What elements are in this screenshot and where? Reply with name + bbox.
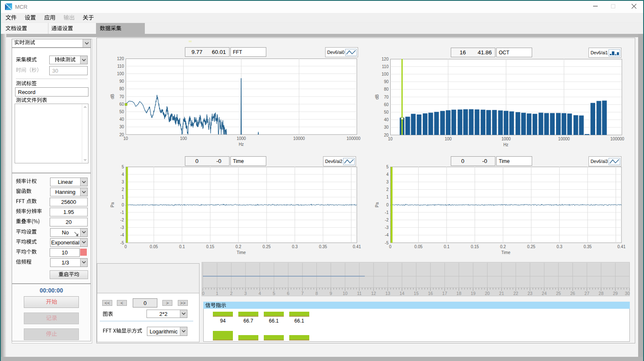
svg-text:26: 26 (570, 291, 575, 296)
svg-text:40: 40 (384, 117, 389, 122)
svg-text:10000: 10000 (558, 137, 570, 141)
svg-text:-3: -3 (120, 225, 124, 230)
svg-text:5: 5 (121, 165, 124, 169)
svg-text:-2: -2 (385, 218, 389, 222)
svg-text:29: 29 (613, 291, 618, 296)
svg-text:40: 40 (119, 117, 124, 122)
svg-text:4: 4 (121, 172, 124, 177)
svg-text:0.3: 0.3 (556, 244, 562, 249)
svg-text:0: 0 (202, 291, 205, 296)
svg-text:3: 3 (121, 180, 124, 184)
svg-text:100000: 100000 (346, 136, 361, 141)
svg-text:30: 30 (384, 125, 389, 130)
svg-text:9: 9 (330, 291, 332, 296)
svg-text:15: 15 (414, 291, 419, 296)
svg-text:120: 120 (381, 57, 389, 61)
svg-text:60: 60 (384, 102, 389, 107)
svg-text:10: 10 (123, 136, 128, 141)
svg-text:30: 30 (625, 291, 630, 296)
svg-text:Time: Time (237, 250, 246, 255)
svg-text:80: 80 (384, 87, 389, 92)
svg-text:24: 24 (542, 291, 547, 296)
svg-text:80: 80 (119, 86, 124, 91)
svg-text:1: 1 (121, 195, 124, 199)
svg-text:dB: dB (110, 94, 115, 99)
svg-text:-5: -5 (385, 241, 389, 245)
svg-text:Hz: Hz (239, 142, 244, 147)
svg-text:1: 1 (386, 195, 389, 199)
svg-text:0.05: 0.05 (414, 244, 423, 249)
svg-text:16: 16 (428, 291, 433, 296)
svg-text:0.3: 0.3 (292, 244, 298, 249)
svg-text:27: 27 (584, 291, 589, 296)
svg-text:10000: 10000 (293, 136, 305, 141)
svg-text:10: 10 (388, 137, 393, 141)
svg-text:0.2: 0.2 (235, 244, 241, 249)
svg-text:100: 100 (444, 137, 452, 141)
svg-text:11: 11 (357, 291, 361, 296)
svg-text:0.25: 0.25 (263, 244, 271, 249)
svg-text:0.1: 0.1 (444, 244, 450, 249)
svg-text:-4: -4 (120, 233, 124, 237)
svg-text:2: 2 (230, 291, 232, 296)
svg-text:50: 50 (384, 110, 389, 114)
svg-text:8: 8 (316, 291, 318, 296)
svg-text:2: 2 (386, 187, 389, 192)
svg-text:17: 17 (442, 291, 447, 296)
svg-text:Hz: Hz (503, 142, 508, 147)
svg-text:Pa: Pa (110, 202, 115, 207)
svg-text:23: 23 (528, 291, 533, 296)
svg-text:0.15: 0.15 (471, 244, 479, 249)
svg-text:13: 13 (385, 291, 390, 296)
svg-text:25: 25 (556, 291, 561, 296)
svg-text:4: 4 (386, 172, 389, 177)
svg-text:1000: 1000 (501, 137, 511, 141)
svg-text:0.35: 0.35 (583, 244, 592, 249)
svg-text:50: 50 (119, 109, 124, 114)
svg-text:110: 110 (117, 64, 124, 69)
svg-text:-5: -5 (120, 241, 124, 245)
svg-text:0.05: 0.05 (150, 244, 158, 249)
svg-text:0.25: 0.25 (527, 244, 535, 249)
svg-text:14: 14 (399, 291, 404, 296)
svg-text:0.41: 0.41 (617, 244, 626, 249)
svg-text:1: 1 (216, 291, 218, 296)
svg-text:28: 28 (599, 291, 604, 296)
svg-text:60: 60 (119, 102, 124, 107)
svg-text:30: 30 (119, 125, 124, 129)
svg-text:21: 21 (499, 291, 504, 296)
svg-text:0.35: 0.35 (319, 244, 327, 249)
svg-text:100000: 100000 (610, 137, 624, 141)
svg-text:100: 100 (381, 72, 389, 76)
svg-text:10: 10 (343, 291, 348, 296)
svg-text:110: 110 (382, 64, 389, 69)
svg-text:3: 3 (244, 291, 247, 296)
svg-text:0.41: 0.41 (353, 244, 361, 249)
svg-text:0: 0 (389, 244, 391, 249)
svg-text:0: 0 (121, 203, 124, 207)
svg-text:100: 100 (117, 71, 124, 76)
svg-text:70: 70 (119, 94, 124, 99)
svg-text:20: 20 (485, 291, 490, 296)
svg-text:-3: -3 (385, 225, 389, 230)
svg-text:5: 5 (386, 165, 389, 169)
svg-text:100: 100 (180, 136, 187, 141)
svg-text:-2: -2 (120, 218, 124, 222)
svg-text:4: 4 (258, 291, 261, 296)
svg-text:0: 0 (386, 203, 389, 207)
svg-text:18: 18 (457, 291, 462, 296)
svg-text:90: 90 (384, 79, 389, 84)
svg-text:dB: dB (375, 94, 379, 100)
svg-text:0: 0 (124, 244, 127, 249)
svg-text:-4: -4 (385, 233, 389, 237)
svg-text:90: 90 (119, 79, 124, 84)
svg-text:19: 19 (471, 291, 476, 296)
svg-text:-1: -1 (385, 210, 389, 215)
svg-text:0.15: 0.15 (206, 244, 215, 249)
svg-text:3: 3 (386, 180, 389, 184)
svg-text:Time: Time (501, 250, 510, 255)
svg-text:Pa: Pa (375, 202, 379, 207)
svg-text:5: 5 (273, 291, 275, 296)
svg-text:22: 22 (513, 291, 518, 296)
svg-text:7: 7 (301, 291, 304, 296)
